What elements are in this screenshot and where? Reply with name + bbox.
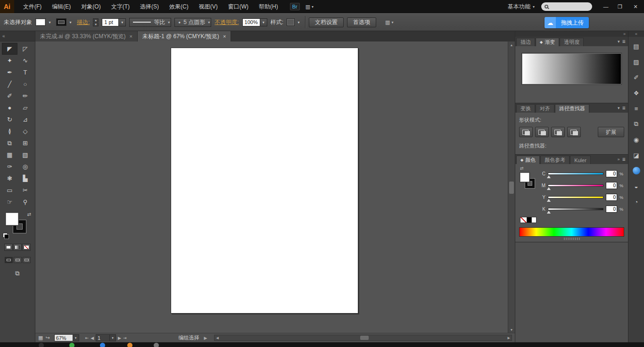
selection-tool[interactable]: ◤ xyxy=(2,43,17,55)
ellipse-tool[interactable]: ○ xyxy=(17,78,33,90)
magenta-value[interactable]: 0 xyxy=(606,182,617,189)
tools-panel-header[interactable]: « xyxy=(0,31,35,41)
preferences-button[interactable]: 首选项 xyxy=(347,17,376,27)
fill-swatch[interactable] xyxy=(35,18,46,26)
swap-fill-stroke-icon[interactable]: ⇄ xyxy=(27,212,31,217)
hand-tool[interactable]: ☞ xyxy=(2,196,17,208)
chevron-down-icon[interactable]: ▾ xyxy=(260,18,267,26)
scroll-up-icon[interactable]: ▲ xyxy=(508,41,515,48)
cyan-slider[interactable] xyxy=(548,173,603,175)
brushes-icon[interactable]: ✐ xyxy=(630,71,643,83)
search-box[interactable] xyxy=(541,2,592,11)
minimize-button[interactable]: — xyxy=(599,0,613,13)
intersect-button[interactable] xyxy=(551,127,565,137)
gradient-preview[interactable] xyxy=(522,53,621,84)
chevron-down-icon[interactable]: ▾ xyxy=(296,18,302,26)
status-share-icon[interactable]: ↪ xyxy=(45,335,50,341)
mesh-tool[interactable]: ▦ xyxy=(2,149,17,161)
chevron-down-icon[interactable]: ▾ xyxy=(110,334,116,341)
tab-transparency[interactable]: 透明度 xyxy=(560,38,584,46)
taskbar-icon-4[interactable] xyxy=(127,343,132,347)
yellow-slider[interactable] xyxy=(548,196,603,198)
arrange-documents-button[interactable]: ▥ ▾ xyxy=(305,4,314,10)
gradient-tool[interactable]: ▧ xyxy=(17,149,33,161)
white-swatch[interactable] xyxy=(532,217,537,223)
vertical-scroll-track[interactable] xyxy=(508,48,515,326)
next-artboard-icon[interactable]: ▶ xyxy=(118,336,121,340)
close-tab-icon[interactable]: × xyxy=(223,33,226,39)
cyan-value[interactable]: 0 xyxy=(606,170,617,177)
document-setup-button[interactable]: 文档设置 xyxy=(309,17,344,27)
stepper-down-icon[interactable]: ▼ xyxy=(93,23,99,26)
tab-color[interactable]: ◆ 颜色 xyxy=(516,156,540,164)
swatches-icon[interactable]: ▨ xyxy=(630,56,643,68)
kuler-icon[interactable] xyxy=(630,165,643,177)
zoom-level-value[interactable]: 67% xyxy=(54,334,73,341)
scroll-right-icon[interactable]: ▶ xyxy=(508,336,510,340)
collapse-panels-icon[interactable]: » xyxy=(623,32,626,36)
collapse-panel-icon[interactable]: « xyxy=(2,33,5,39)
chevron-down-icon[interactable]: ▾ xyxy=(47,18,53,26)
eyedropper-tool[interactable]: ✑ xyxy=(2,161,17,173)
graphic-styles-icon[interactable]: ◪ xyxy=(630,149,643,161)
tab-gradient[interactable]: ◆ 渐变 xyxy=(536,38,559,46)
menu-view[interactable]: 视图(V) xyxy=(194,0,223,13)
yellow-value[interactable]: 0 xyxy=(606,194,617,201)
style-dropdown[interactable]: ▾ xyxy=(287,18,302,26)
brush-dropdown[interactable]: ● 5 点圆形 ▾ xyxy=(174,18,211,27)
previous-artboard-icon[interactable]: ◀ xyxy=(91,336,94,340)
menu-window[interactable]: 窗口(W) xyxy=(223,0,254,13)
artboard-tool[interactable]: ▭ xyxy=(2,184,17,196)
tab-stroke[interactable]: 描边 xyxy=(516,38,535,46)
tab-kuler[interactable]: Kuler xyxy=(570,156,591,164)
pen-tool[interactable]: ✒ xyxy=(2,66,17,78)
panel-dock-header[interactable]: » xyxy=(515,31,628,37)
unite-button[interactable] xyxy=(519,127,533,137)
chevron-down-icon[interactable]: ▾ xyxy=(67,18,74,26)
gradient-button[interactable] xyxy=(13,244,22,251)
style-swatch[interactable] xyxy=(287,18,295,26)
menu-effect[interactable]: 效果(C) xyxy=(164,0,194,13)
fill-color-swatch[interactable] xyxy=(6,213,18,225)
taskbar-icon-1[interactable] xyxy=(39,343,44,347)
swap-fill-stroke-icon[interactable]: ⇄ xyxy=(520,166,524,171)
exclude-button[interactable] xyxy=(567,127,581,137)
rotate-tool[interactable]: ↻ xyxy=(2,114,17,125)
screen-mode-button[interactable]: ⧉ xyxy=(12,270,23,277)
restore-button[interactable]: ❐ xyxy=(613,0,627,13)
menu-type[interactable]: 文字(T) xyxy=(106,0,135,13)
chevron-down-icon[interactable]: ▾ xyxy=(73,334,79,341)
line-segment-tool[interactable]: ╱ xyxy=(2,78,17,90)
tab-pathfinder[interactable]: 路径查找器 xyxy=(555,104,589,113)
status-grid-icon[interactable]: ▦ xyxy=(38,335,43,341)
color-button[interactable] xyxy=(4,244,13,251)
tab-color-guide[interactable]: 颜色参考 xyxy=(540,156,570,164)
stroke-weight-value[interactable]: 1 pt xyxy=(102,18,119,26)
black-value[interactable]: 0 xyxy=(606,206,617,213)
menu-select[interactable]: 选择(S) xyxy=(135,0,164,13)
tab-align[interactable]: 对齐 xyxy=(536,104,554,113)
width-profile-dropdown[interactable]: 等比 ▾ xyxy=(129,18,171,27)
vertical-scrollbar[interactable]: ▲ ▼ xyxy=(508,41,515,333)
icon-dock-header[interactable]: « xyxy=(628,31,644,37)
blend-tool[interactable]: ◎ xyxy=(17,161,33,173)
stroke-panel-icon[interactable]: ◒ xyxy=(630,180,643,192)
close-button[interactable]: ✕ xyxy=(627,0,644,13)
status-readout[interactable]: 编组选择 ▶ xyxy=(179,334,207,341)
stroke-weight-stepper[interactable]: ▲ ▼ xyxy=(93,18,99,26)
color-spectrum-bar[interactable] xyxy=(519,227,624,237)
stroke-swatch-control[interactable]: ▾ xyxy=(56,18,74,26)
draw-inside-button[interactable] xyxy=(23,257,31,263)
document-tab-1[interactable]: 未完成.ai @ 33.33% (CMYK/预览) × xyxy=(35,31,138,41)
blob-brush-tool[interactable]: ● xyxy=(2,102,17,114)
menu-help[interactable]: 帮助(H) xyxy=(254,0,283,13)
scroll-left-icon[interactable]: ◀ xyxy=(216,336,218,340)
slice-tool[interactable]: ✂ xyxy=(17,184,33,196)
minus-front-button[interactable] xyxy=(535,127,549,137)
none-button[interactable] xyxy=(22,244,31,251)
opacity-value[interactable]: 100% xyxy=(242,18,260,26)
menu-object[interactable]: 对象(O) xyxy=(76,0,106,13)
artboard[interactable] xyxy=(171,48,358,314)
cc-libraries-icon[interactable]: ▤ xyxy=(630,40,643,52)
vertical-scroll-thumb[interactable] xyxy=(509,182,514,194)
